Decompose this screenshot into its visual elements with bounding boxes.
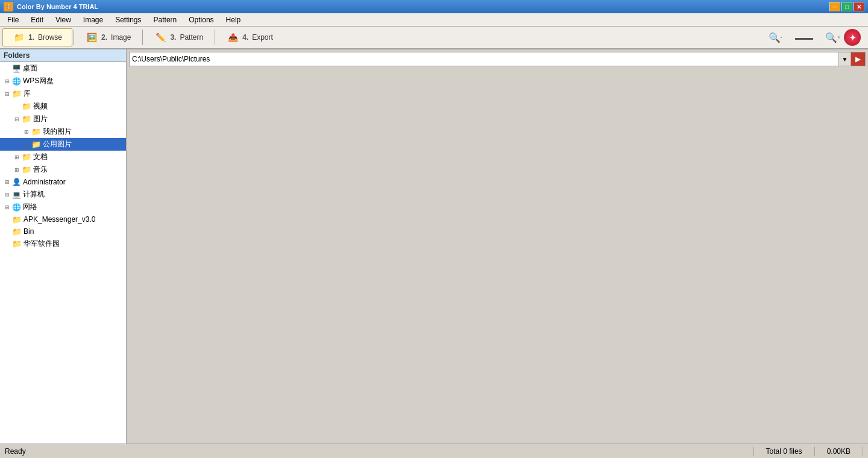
tree-label-music: 音乐 [33,165,48,175]
folder-icon-pictures: 📁 [22,114,31,124]
title-bar: 🎨 Color By Number 4 TRIAL ─ □ ✕ [0,0,868,13]
tree-label-pictures: 图片 [33,114,48,124]
menu-item-view[interactable]: View [49,14,77,25]
expander-bin [2,227,12,236]
image-number: 2. [101,33,107,42]
window-controls: ─ □ ✕ [829,2,864,11]
path-dropdown-button[interactable]: ▼ [838,52,851,66]
status-right: Total 0 files 0.00KB [753,447,863,456]
menu-bar: FileEditViewImageSettingsPatternOptionsH… [0,13,868,27]
browse-number: 1. [28,33,34,42]
folder-icon-wps: 🌐 [12,77,21,86]
folder-icon-computer: 💻 [12,190,21,199]
expander-mypictures: ⊞ [22,127,31,137]
folder-icon-huajun: 📁 [12,239,22,248]
menu-item-help[interactable]: Help [220,14,247,25]
zoom-out-button[interactable]: 🔍- [767,29,784,46]
toolbar-btn-browse[interactable]: 📁1.Browse [2,28,72,46]
tree-label-ku: 库 [24,89,31,99]
toolbar-btn-image[interactable]: 🖼️2.Image [75,28,141,46]
zoom-in-button[interactable]: 🔍+ [825,29,841,46]
menu-item-image[interactable]: Image [77,14,109,25]
tree-label-publicpics: 公用图片 [43,139,72,149]
status-divider-1 [753,447,754,456]
image-label: Image [111,33,131,42]
menu-item-edit[interactable]: Edit [25,14,49,25]
folder-icon-apk: 📁 [12,215,22,224]
tree-item-wps[interactable]: ⊞🌐WPS网盘 [0,75,126,87]
export-label: Export [252,33,273,42]
expander-admin: ⊞ [2,177,12,187]
tree-item-mypictures[interactable]: ⊞📁我的图片 [0,125,126,138]
tree-label-network: 网络 [23,202,37,212]
folder-icon-documents: 📁 [22,152,31,162]
tree-label-admin: Administrator [23,178,66,186]
sidebar: Folders 🖥️桌面⊞🌐WPS网盘⊟📁库 📁视频⊟📁图片⊞📁我的图片⊞📁公用… [0,49,127,444]
total-files: Total 0 files [766,447,802,456]
tree-item-huajun[interactable]: 📁华军软件园 [0,237,126,250]
tree-item-apk[interactable]: 📁APK_Messenger_v3.0 [0,213,126,225]
tree-label-apk: APK_Messenger_v3.0 [24,215,95,224]
tree-label-documents: 文档 [33,152,48,162]
tree-item-admin[interactable]: ⊞👤Administrator [0,176,126,188]
expander-pictures: ⊟ [12,114,22,124]
total-size: 0.00KB [827,447,851,456]
toolbar-btn-pattern[interactable]: ✏️3.Pattern [144,28,213,46]
folder-icon-ku: 📁 [12,89,22,98]
expander-wps: ⊞ [2,77,12,86]
browse-icon: 📁 [13,31,25,43]
tree-item-computer[interactable]: ⊞💻计算机 [0,188,126,201]
menu-item-settings[interactable]: Settings [109,14,147,25]
expander-publicpics: ⊞ [22,140,31,149]
expander-ku: ⊟ [2,89,12,99]
app-icon: 🎨 [4,2,13,11]
maximize-button[interactable]: □ [841,2,852,11]
folder-icon-bin: 📁 [12,227,22,236]
toolbar-sep-0 [74,30,74,45]
app-logo: ✦ [844,29,861,46]
status-text: Ready [5,447,753,456]
folder-icon-desktop: 🖥️ [12,64,21,73]
tree-item-desktop[interactable]: 🖥️桌面 [0,62,126,75]
zoom-slider[interactable]: ▬▬▬ [786,29,822,46]
folders-header: Folders [0,49,126,62]
toolbar-btn-export[interactable]: 📤4.Export [216,28,283,46]
tree-item-videos[interactable]: 📁视频 [0,100,126,113]
expander-videos [12,102,22,111]
status-divider-2 [814,447,815,456]
expander-computer: ⊞ [2,190,12,199]
menu-item-file[interactable]: File [1,14,25,25]
browse-label: Browse [38,33,62,42]
tree-label-videos: 视频 [33,101,48,111]
toolbar-sep-2 [215,30,215,45]
folder-icon-network: 🌐 [12,203,21,212]
main-area: Folders 🖥️桌面⊞🌐WPS网盘⊟📁库 📁视频⊟📁图片⊞📁我的图片⊞📁公用… [0,49,868,444]
tree-item-pictures[interactable]: ⊟📁图片 [0,113,126,125]
expander-music: ⊞ [12,165,22,175]
expander-network: ⊞ [2,202,12,212]
tree-label-mypictures: 我的图片 [43,127,72,137]
tree-item-publicpics[interactable]: ⊞📁公用图片 [0,138,126,151]
minimize-button[interactable]: ─ [829,2,840,11]
file-content-area [127,69,868,444]
tree-item-network[interactable]: ⊞🌐网络 [0,201,126,213]
tree-item-bin[interactable]: 📁Bin [0,225,126,237]
expander-documents: ⊞ [12,152,22,162]
path-go-button[interactable]: ▶ [851,52,865,66]
tree-item-ku[interactable]: ⊟📁库 [0,87,126,100]
image-icon: 🖼️ [86,31,98,43]
pattern-label: Pattern [180,33,203,42]
folder-icon-videos: 📁 [22,102,31,111]
tree-item-music[interactable]: ⊞📁音乐 [0,163,126,176]
tree-label-huajun: 华军软件园 [24,239,60,249]
export-number: 4. [242,33,248,42]
menu-item-pattern[interactable]: Pattern [148,14,183,25]
menu-item-options[interactable]: Options [183,14,219,25]
path-input[interactable] [130,55,838,63]
tree-label-computer: 计算机 [23,189,45,199]
status-bar: Ready Total 0 files 0.00KB [0,444,868,458]
folder-icon-publicpics: 📁 [31,140,41,149]
toolbar-right: 🔍- ▬▬▬ 🔍+ ✦ [767,29,866,46]
close-button[interactable]: ✕ [854,2,864,11]
tree-item-documents[interactable]: ⊞📁文档 [0,151,126,163]
